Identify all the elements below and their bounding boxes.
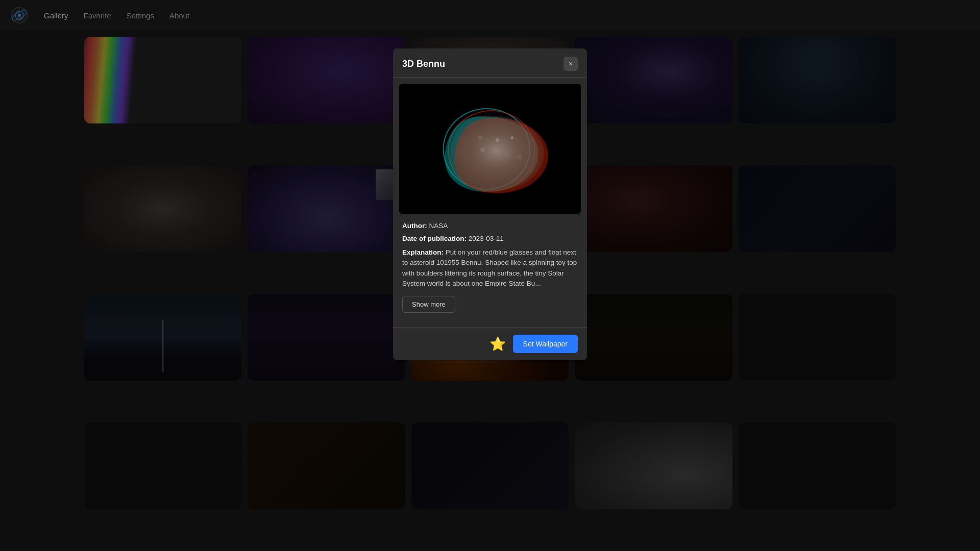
modal-image xyxy=(399,84,581,214)
svg-point-12 xyxy=(478,136,482,140)
date-value: 2023-03-11 xyxy=(469,235,504,242)
explanation-label: Explanation: xyxy=(402,248,444,256)
set-wallpaper-button[interactable]: Set Wallpaper xyxy=(513,335,578,353)
svg-point-9 xyxy=(480,147,485,153)
show-more-button[interactable]: Show more xyxy=(402,296,455,313)
svg-point-8 xyxy=(504,152,510,158)
author-value: NASA xyxy=(429,222,448,230)
modal-close-button[interactable]: × xyxy=(564,57,578,71)
detail-modal: 3D Bennu × xyxy=(393,48,587,360)
modal-title: 3D Bennu xyxy=(402,59,445,69)
modal-header: 3D Bennu × xyxy=(393,48,587,77)
bennu-svg xyxy=(399,84,581,214)
date-label: Date of publication: xyxy=(402,235,467,242)
modal-body: Author: NASA Date of publication: 2023-0… xyxy=(393,214,587,323)
svg-point-11 xyxy=(510,136,513,139)
modal-top-divider xyxy=(393,77,587,78)
author-row: Author: NASA xyxy=(402,222,578,230)
author-label: Author: xyxy=(402,222,427,230)
date-row: Date of publication: 2023-03-11 xyxy=(402,235,578,242)
svg-point-10 xyxy=(492,161,498,168)
svg-point-13 xyxy=(517,155,522,160)
favorite-star-button[interactable]: ⭐ xyxy=(489,337,506,350)
svg-point-7 xyxy=(496,138,500,142)
explanation-paragraph: Explanation: Put on your red/blue glasse… xyxy=(402,247,578,289)
modal-footer: ⭐ Set Wallpaper xyxy=(393,328,587,360)
